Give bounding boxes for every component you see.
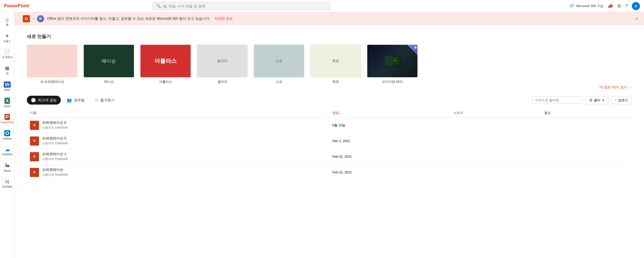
file-info: 프레젠테이션 6 사용자의 OneDrive bbox=[42, 121, 68, 130]
sidebar-item-teams[interactable]: Teams bbox=[1, 160, 14, 175]
template-madison[interactable]: 매디슨 매디슨 bbox=[84, 45, 134, 84]
sidebar-item-home[interactable]: ⌂ 홈 bbox=[1, 14, 14, 29]
sidebar-item-word[interactable]: W Word bbox=[1, 79, 14, 94]
help-icon[interactable]: ? bbox=[625, 3, 628, 9]
banner-close-button[interactable]: × bbox=[635, 16, 638, 22]
svg-text:O: O bbox=[25, 17, 28, 21]
sidebar-item-onenote[interactable]: N OneNote bbox=[1, 176, 14, 191]
template-premium[interactable]: ◆ 프리미엄 테마 bbox=[367, 45, 418, 84]
sopo-thumb-text: 소포 bbox=[275, 59, 283, 63]
microsoft365-label: Microsoft 365 구입 bbox=[576, 4, 603, 8]
new-section: 새로 만들기 새 프레젠테이션 매디슨 매디슨 아틀라스 bbox=[15, 25, 644, 96]
sidebar-item-excel[interactable]: X Excel bbox=[1, 95, 14, 110]
filter-button[interactable]: ☰ 필터 ∨ bbox=[586, 96, 608, 104]
tab-shared-label: 공유됨 bbox=[74, 98, 85, 103]
template-blank-thumb bbox=[27, 45, 77, 77]
more-themes-section: 더 많은 테마 표시 → bbox=[27, 84, 632, 90]
template-sopo[interactable]: 소포 소포 bbox=[254, 45, 304, 84]
template-gallery[interactable]: 갤러리 갤러리 bbox=[197, 45, 248, 84]
favorites-icon: ☆ bbox=[95, 98, 98, 103]
topbar-right: 💎 Microsoft 365 구입 📣 ⚙ ? U bbox=[570, 2, 640, 10]
template-atlas-thumb: 아틀라스 bbox=[140, 45, 191, 77]
premium-diamond-icon: ◆ bbox=[414, 46, 417, 49]
file-ppt-icon: P bbox=[30, 121, 39, 130]
file-opened-cell: 6월 22일 bbox=[329, 117, 450, 133]
file-info: 프레젠테이션 사용자의 OneDrive bbox=[42, 168, 68, 177]
sidebar-item-outlook-label: Outlook bbox=[3, 137, 11, 140]
upload-icon: ↑ bbox=[615, 98, 617, 102]
filter-icon: ☰ bbox=[589, 98, 592, 102]
file-activity-cell bbox=[541, 165, 632, 180]
user-avatar[interactable]: U bbox=[632, 2, 640, 10]
teams-icon bbox=[5, 163, 10, 168]
more-themes-link[interactable]: 더 많은 테마 표시 → bbox=[599, 85, 632, 90]
sopo-inner: 소포 bbox=[254, 45, 304, 77]
table-row[interactable]: P 프레젠테이션 6 사용자의 OneDrive 6월 22일 bbox=[27, 117, 632, 133]
table-row[interactable]: P 프레젠테이션 5 사용자의 OneDrive Dec 2, 2021 bbox=[27, 133, 632, 149]
sidebar-item-mycontents[interactable]: 📄 내 콘텐츠 bbox=[1, 47, 14, 62]
sidebar-item-onedrive[interactable]: ☁ OneDrive bbox=[1, 144, 14, 159]
new-section-title: 새로 만들기 bbox=[27, 33, 632, 39]
file-ppt-icon: P bbox=[30, 136, 39, 146]
m365-icon: M bbox=[37, 15, 44, 22]
tab-shared[interactable]: 👥 공유됨 bbox=[63, 96, 89, 105]
file-activity-cell bbox=[541, 133, 632, 149]
feedback-icon[interactable]: 📣 bbox=[608, 3, 613, 9]
home-icon: ⌂ bbox=[6, 17, 9, 22]
svg-point-1 bbox=[5, 164, 7, 165]
tab-favorites[interactable]: ☆ 즐겨찾기 bbox=[91, 96, 118, 105]
col-header-owner: 소유자 bbox=[450, 109, 541, 117]
tabs-row: 🕐 최근에 열림 👥 공유됨 ☆ 즐겨찾기 ☰ 필터 ∨ bbox=[27, 96, 632, 105]
table-row[interactable]: P 프레젠테이션 1 사용자의 OneDrive Feb 22, 2021 bbox=[27, 149, 632, 165]
sidebar-item-create[interactable]: + 만들기 bbox=[1, 30, 14, 46]
template-madison-label: 매디슨 bbox=[104, 80, 114, 84]
template-board[interactable]: 목판 목판 bbox=[310, 45, 361, 84]
file-opened-cell: Dec 2, 2021 bbox=[329, 133, 450, 149]
col-header-activity: 활동 bbox=[541, 109, 632, 117]
banner-link[interactable]: 자세한 정보 bbox=[214, 16, 233, 21]
search-input[interactable] bbox=[163, 4, 327, 8]
template-blank-label: 새 프레젠테이션 bbox=[40, 80, 64, 84]
file-name-cell: P 프레젠테이션 5 사용자의 OneDrive bbox=[27, 133, 329, 149]
sidebar-item-apps[interactable]: ⊞ 앱 bbox=[1, 63, 14, 78]
filter-input[interactable] bbox=[532, 96, 582, 104]
file-title: 프레젠테이션 6 bbox=[42, 121, 68, 125]
file-title: 프레젠테이션 5 bbox=[42, 136, 68, 141]
sidebar-item-teams-label: Teams bbox=[4, 169, 11, 172]
microsoft365-purchase[interactable]: 💎 Microsoft 365 구입 bbox=[570, 4, 603, 8]
onenote-icon: N bbox=[5, 179, 9, 184]
template-gallery-label: 갤러리 bbox=[217, 80, 227, 84]
template-blank[interactable]: 새 프레젠테이션 bbox=[27, 45, 77, 84]
template-atlas-label: 아틀라스 bbox=[159, 80, 172, 84]
file-info: 프레젠테이션 1 사용자의 OneDrive bbox=[42, 152, 68, 161]
file-location: 사용자의 OneDrive bbox=[42, 173, 68, 177]
excel-icon: X bbox=[5, 98, 10, 104]
table-header-row: 이름 열림 ↓ 소유자 활동 bbox=[27, 109, 632, 117]
template-gallery-thumb: 갤러리 bbox=[197, 45, 248, 77]
file-name-cell: P 프레젠테이션 1 사용자의 OneDrive bbox=[27, 149, 329, 165]
svg-rect-2 bbox=[5, 165, 7, 167]
diamond-icon: 💎 bbox=[570, 4, 575, 8]
main-layout: ⌂ 홈 + 만들기 📄 내 콘텐츠 ⊞ 앱 W Word X Excel P P… bbox=[0, 12, 644, 258]
search-bar[interactable]: 🔍 bbox=[153, 2, 330, 10]
col-header-opened[interactable]: 열림 ↓ bbox=[329, 109, 450, 117]
onedrive-icon: ☁ bbox=[5, 147, 10, 152]
tabs-section: 🕐 최근에 열림 👥 공유됨 ☆ 즐겨찾기 ☰ 필터 ∨ bbox=[15, 96, 644, 180]
upload-button[interactable]: ↑ 업로드 bbox=[611, 96, 632, 104]
file-location: 사용자의 OneDrive bbox=[42, 141, 68, 146]
col-header-name: 이름 bbox=[27, 109, 329, 117]
file-owner-cell bbox=[450, 133, 541, 149]
sidebar-item-home-label: 홈 bbox=[6, 23, 9, 26]
settings-icon[interactable]: ⚙ bbox=[617, 3, 621, 9]
template-sopo-thumb: 소포 bbox=[254, 45, 304, 77]
file-activity-cell bbox=[541, 117, 632, 133]
sidebar-item-onedrive-label: OneDrive bbox=[2, 153, 12, 156]
sidebar-item-powerpoint[interactable]: P PowerPoint bbox=[1, 111, 14, 127]
table-row[interactable]: P 프레젠테이션 사용자의 OneDrive Feb 22, 2021 bbox=[27, 165, 632, 180]
file-owner-cell bbox=[450, 149, 541, 165]
template-atlas[interactable]: 아틀라스 아틀라스 bbox=[140, 45, 191, 84]
sidebar-item-outlook[interactable]: O Outlook bbox=[1, 128, 14, 143]
tab-recent-label: 최근에 열림 bbox=[38, 98, 57, 103]
tab-recent[interactable]: 🕐 최근에 열림 bbox=[27, 96, 61, 105]
file-location: 사용자의 OneDrive bbox=[42, 157, 68, 161]
